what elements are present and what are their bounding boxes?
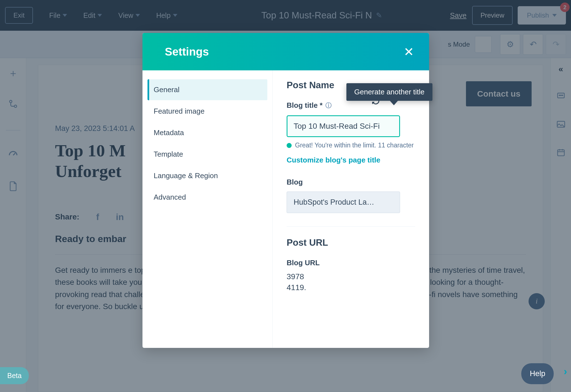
modal-header: Settings ✕ <box>142 33 429 70</box>
nav-general[interactable]: General <box>147 79 267 100</box>
blog-title-label-text: Blog title * <box>287 101 323 110</box>
title-validation: Great! You're within the limit. 11 chara… <box>287 142 415 149</box>
regenerate-tooltip: Generate another title <box>346 83 432 101</box>
settings-modal: Settings ✕ General Featured image Metada… <box>142 33 429 348</box>
validation-text: Great! You're within the limit. 11 chara… <box>295 142 414 149</box>
nav-metadata[interactable]: Metadata <box>147 122 267 143</box>
modal-title: Settings <box>165 46 209 58</box>
nav-featured-image[interactable]: Featured image <box>147 101 267 122</box>
blog-select-label: Blog <box>287 178 415 187</box>
nav-advanced[interactable]: Advanced <box>147 187 267 208</box>
section-post-url: Post URL <box>287 237 415 248</box>
nav-language-region[interactable]: Language & Region <box>147 165 267 186</box>
nav-template[interactable]: Template <box>147 144 267 165</box>
validation-dot-icon <box>287 143 292 148</box>
info-icon[interactable]: ⓘ <box>325 101 332 110</box>
blog-url-value: 3978 4119. <box>287 271 415 293</box>
settings-nav: General Featured image Metadata Template… <box>142 70 273 348</box>
help-button[interactable]: Help <box>521 363 554 384</box>
blog-title-label: Blog title * ⓘ <box>287 101 332 110</box>
chevron-right-icon[interactable]: › <box>564 366 567 377</box>
blog-url-label: Blog URL <box>287 259 415 267</box>
blog-title-input[interactable] <box>287 115 400 137</box>
close-icon[interactable]: ✕ <box>404 45 414 59</box>
blog-select[interactable]: HubSpot's Product La… <box>287 192 400 213</box>
customize-title-link[interactable]: Customize blog's page title <box>287 156 415 164</box>
section-divider <box>287 226 415 227</box>
beta-pill[interactable]: Beta <box>0 367 29 384</box>
settings-content: Post Name Blog title * ⓘ Great! You're w… <box>273 70 429 348</box>
